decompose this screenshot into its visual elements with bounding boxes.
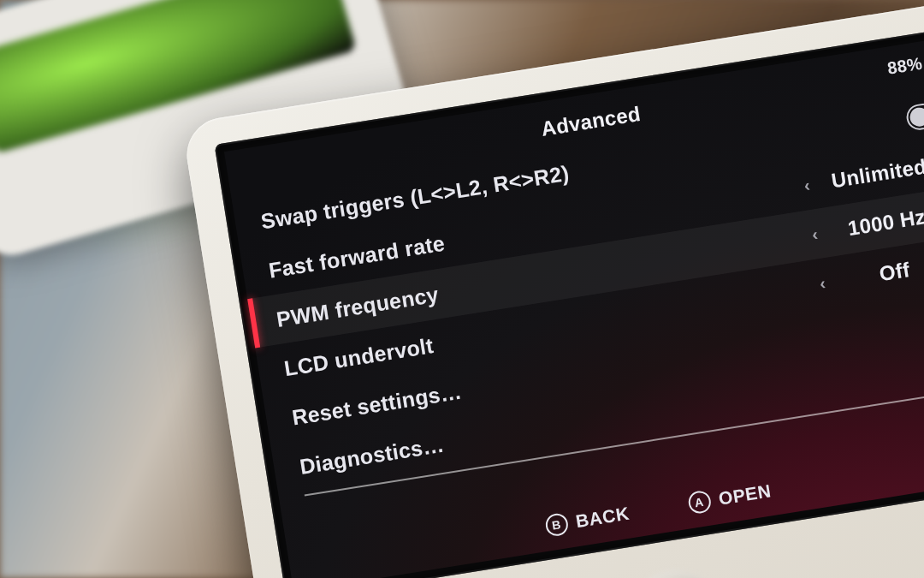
screen-bezel: Advanced 88% Swap triggers (L<>L2, R<>R2… bbox=[215, 25, 924, 578]
hint-back-label: BACK bbox=[574, 504, 631, 533]
toggle-knob bbox=[909, 106, 924, 128]
page-title: Advanced bbox=[540, 102, 643, 141]
battery-percent: 88% bbox=[886, 54, 924, 79]
toggle-swap-triggers[interactable]: OFF bbox=[904, 98, 924, 132]
chevron-left-icon[interactable]: ‹ bbox=[801, 223, 829, 246]
hint-open: A OPEN bbox=[686, 480, 773, 515]
battery-status: 88% bbox=[886, 49, 924, 79]
screen: Advanced 88% Swap triggers (L<>L2, R<>R2… bbox=[224, 35, 924, 578]
a-button-icon: A bbox=[686, 490, 712, 515]
row-value: Unlimited bbox=[818, 152, 924, 195]
chevron-left-icon[interactable]: ‹ bbox=[793, 173, 821, 196]
row-value: Off bbox=[833, 251, 924, 294]
hint-back: B BACK bbox=[544, 503, 631, 538]
dpad[interactable] bbox=[622, 565, 730, 578]
row-value: 1000 Hz bbox=[826, 201, 924, 244]
row-label: Diagnostics… bbox=[298, 432, 446, 479]
chevron-left-icon[interactable]: ‹ bbox=[808, 271, 837, 295]
b-button-icon: B bbox=[544, 512, 570, 538]
hint-open-label: OPEN bbox=[717, 480, 773, 509]
